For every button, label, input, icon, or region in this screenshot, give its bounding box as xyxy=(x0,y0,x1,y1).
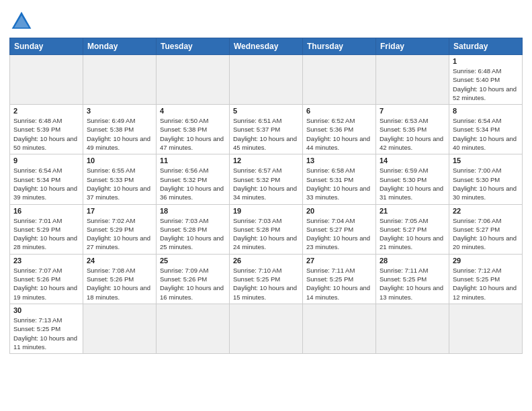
calendar-cell: 8Sunrise: 6:54 AM Sunset: 5:34 PM Daylig… xyxy=(449,105,523,154)
weekday-header-thursday: Thursday xyxy=(303,38,376,55)
weekday-header-wednesday: Wednesday xyxy=(230,38,303,55)
week-row-5: 23Sunrise: 7:07 AM Sunset: 5:26 PM Dayli… xyxy=(10,254,523,304)
calendar-cell xyxy=(230,304,303,353)
day-info: Sunrise: 6:48 AM Sunset: 5:39 PM Dayligh… xyxy=(13,116,79,152)
calendar: SundayMondayTuesdayWednesdayThursdayFrid… xyxy=(9,38,523,354)
calendar-cell: 14Sunrise: 6:59 AM Sunset: 5:30 PM Dayli… xyxy=(376,154,449,204)
header xyxy=(9,7,523,34)
week-row-6: 30Sunrise: 7:13 AM Sunset: 5:25 PM Dayli… xyxy=(10,304,523,353)
day-number: 18 xyxy=(160,207,226,215)
day-info: Sunrise: 7:03 AM Sunset: 5:28 PM Dayligh… xyxy=(233,216,299,252)
calendar-cell xyxy=(157,55,230,105)
week-row-3: 9Sunrise: 6:54 AM Sunset: 5:34 PM Daylig… xyxy=(10,154,523,204)
day-number: 8 xyxy=(453,107,519,115)
calendar-cell: 1Sunrise: 6:48 AM Sunset: 5:40 PM Daylig… xyxy=(449,55,523,105)
calendar-cell: 19Sunrise: 7:03 AM Sunset: 5:28 PM Dayli… xyxy=(230,204,303,254)
calendar-cell xyxy=(157,304,230,353)
page: SundayMondayTuesdayWednesdayThursdayFrid… xyxy=(0,0,532,411)
day-number: 14 xyxy=(380,156,445,165)
calendar-cell: 30Sunrise: 7:13 AM Sunset: 5:25 PM Dayli… xyxy=(10,304,83,353)
calendar-cell: 16Sunrise: 7:01 AM Sunset: 5:29 PM Dayli… xyxy=(10,204,83,254)
weekday-header-monday: Monday xyxy=(83,38,157,55)
calendar-cell xyxy=(83,55,157,105)
week-row-2: 2Sunrise: 6:48 AM Sunset: 5:39 PM Daylig… xyxy=(10,105,523,154)
calendar-cell: 2Sunrise: 6:48 AM Sunset: 5:39 PM Daylig… xyxy=(10,105,83,154)
day-info: Sunrise: 6:53 AM Sunset: 5:35 PM Dayligh… xyxy=(380,116,445,152)
day-info: Sunrise: 7:03 AM Sunset: 5:28 PM Dayligh… xyxy=(160,216,226,252)
day-number: 11 xyxy=(160,156,226,165)
day-info: Sunrise: 7:07 AM Sunset: 5:26 PM Dayligh… xyxy=(13,266,79,302)
calendar-cell xyxy=(303,55,376,105)
day-info: Sunrise: 7:10 AM Sunset: 5:25 PM Dayligh… xyxy=(233,266,299,302)
day-number: 24 xyxy=(87,257,152,265)
day-info: Sunrise: 6:57 AM Sunset: 5:32 PM Dayligh… xyxy=(233,166,299,201)
calendar-cell: 20Sunrise: 7:04 AM Sunset: 5:27 PM Dayli… xyxy=(303,204,376,254)
weekday-header-row: SundayMondayTuesdayWednesdayThursdayFrid… xyxy=(10,38,523,55)
calendar-cell xyxy=(303,304,376,353)
calendar-cell: 6Sunrise: 6:52 AM Sunset: 5:36 PM Daylig… xyxy=(303,105,376,154)
calendar-cell: 7Sunrise: 6:53 AM Sunset: 5:35 PM Daylig… xyxy=(376,105,449,154)
weekday-header-sunday: Sunday xyxy=(10,38,83,55)
day-info: Sunrise: 6:59 AM Sunset: 5:30 PM Dayligh… xyxy=(380,166,445,201)
day-number: 15 xyxy=(453,156,519,165)
calendar-cell: 21Sunrise: 7:05 AM Sunset: 5:27 PM Dayli… xyxy=(376,204,449,254)
day-number: 12 xyxy=(233,156,299,165)
calendar-cell xyxy=(376,55,449,105)
day-info: Sunrise: 7:04 AM Sunset: 5:27 PM Dayligh… xyxy=(306,216,372,252)
calendar-cell: 11Sunrise: 6:56 AM Sunset: 5:32 PM Dayli… xyxy=(157,154,230,204)
calendar-cell: 27Sunrise: 7:11 AM Sunset: 5:25 PM Dayli… xyxy=(303,254,376,304)
calendar-cell: 25Sunrise: 7:09 AM Sunset: 5:26 PM Dayli… xyxy=(157,254,230,304)
day-info: Sunrise: 7:08 AM Sunset: 5:26 PM Dayligh… xyxy=(87,266,152,302)
day-info: Sunrise: 6:55 AM Sunset: 5:33 PM Dayligh… xyxy=(87,166,152,201)
day-number: 27 xyxy=(306,257,372,265)
day-info: Sunrise: 6:51 AM Sunset: 5:37 PM Dayligh… xyxy=(233,116,299,152)
day-number: 1 xyxy=(453,57,519,65)
calendar-cell: 9Sunrise: 6:54 AM Sunset: 5:34 PM Daylig… xyxy=(10,154,83,204)
calendar-cell: 29Sunrise: 7:12 AM Sunset: 5:25 PM Dayli… xyxy=(449,254,523,304)
day-number: 17 xyxy=(87,207,152,215)
day-info: Sunrise: 6:49 AM Sunset: 5:38 PM Dayligh… xyxy=(87,116,152,152)
calendar-cell: 22Sunrise: 7:06 AM Sunset: 5:27 PM Dayli… xyxy=(449,204,523,254)
day-number: 28 xyxy=(380,257,445,265)
calendar-cell: 18Sunrise: 7:03 AM Sunset: 5:28 PM Dayli… xyxy=(157,204,230,254)
calendar-cell: 28Sunrise: 7:11 AM Sunset: 5:25 PM Dayli… xyxy=(376,254,449,304)
day-info: Sunrise: 6:58 AM Sunset: 5:31 PM Dayligh… xyxy=(306,166,372,201)
day-info: Sunrise: 6:54 AM Sunset: 5:34 PM Dayligh… xyxy=(453,116,519,152)
day-info: Sunrise: 7:06 AM Sunset: 5:27 PM Dayligh… xyxy=(453,216,519,252)
day-number: 4 xyxy=(160,107,226,115)
day-info: Sunrise: 7:13 AM Sunset: 5:25 PM Dayligh… xyxy=(13,316,79,351)
calendar-cell: 26Sunrise: 7:10 AM Sunset: 5:25 PM Dayli… xyxy=(230,254,303,304)
week-row-1: 1Sunrise: 6:48 AM Sunset: 5:40 PM Daylig… xyxy=(10,55,523,105)
day-number: 16 xyxy=(13,207,79,215)
calendar-cell xyxy=(83,304,157,353)
logo-icon xyxy=(9,9,34,34)
week-row-4: 16Sunrise: 7:01 AM Sunset: 5:29 PM Dayli… xyxy=(10,204,523,254)
weekday-header-saturday: Saturday xyxy=(449,38,523,55)
day-info: Sunrise: 6:50 AM Sunset: 5:38 PM Dayligh… xyxy=(160,116,226,152)
calendar-cell: 17Sunrise: 7:02 AM Sunset: 5:29 PM Dayli… xyxy=(83,204,157,254)
day-info: Sunrise: 7:01 AM Sunset: 5:29 PM Dayligh… xyxy=(13,216,79,252)
day-info: Sunrise: 7:02 AM Sunset: 5:29 PM Dayligh… xyxy=(87,216,152,252)
day-number: 25 xyxy=(160,257,226,265)
day-info: Sunrise: 7:11 AM Sunset: 5:25 PM Dayligh… xyxy=(380,266,445,302)
day-number: 26 xyxy=(233,257,299,265)
day-number: 23 xyxy=(13,257,79,265)
weekday-header-tuesday: Tuesday xyxy=(157,38,230,55)
day-info: Sunrise: 6:48 AM Sunset: 5:40 PM Dayligh… xyxy=(453,66,519,102)
day-info: Sunrise: 6:54 AM Sunset: 5:34 PM Dayligh… xyxy=(13,166,79,201)
day-info: Sunrise: 6:56 AM Sunset: 5:32 PM Dayligh… xyxy=(160,166,226,201)
calendar-cell: 5Sunrise: 6:51 AM Sunset: 5:37 PM Daylig… xyxy=(230,105,303,154)
day-info: Sunrise: 7:00 AM Sunset: 5:30 PM Dayligh… xyxy=(453,166,519,201)
day-info: Sunrise: 7:09 AM Sunset: 5:26 PM Dayligh… xyxy=(160,266,226,302)
calendar-cell xyxy=(230,55,303,105)
logo xyxy=(9,9,36,34)
calendar-cell: 3Sunrise: 6:49 AM Sunset: 5:38 PM Daylig… xyxy=(83,105,157,154)
day-number: 19 xyxy=(233,207,299,215)
day-number: 5 xyxy=(233,107,299,115)
day-number: 30 xyxy=(13,306,79,314)
calendar-cell xyxy=(449,304,523,353)
calendar-cell: 13Sunrise: 6:58 AM Sunset: 5:31 PM Dayli… xyxy=(303,154,376,204)
calendar-cell: 12Sunrise: 6:57 AM Sunset: 5:32 PM Dayli… xyxy=(230,154,303,204)
day-number: 10 xyxy=(87,156,152,165)
day-info: Sunrise: 7:05 AM Sunset: 5:27 PM Dayligh… xyxy=(380,216,445,252)
